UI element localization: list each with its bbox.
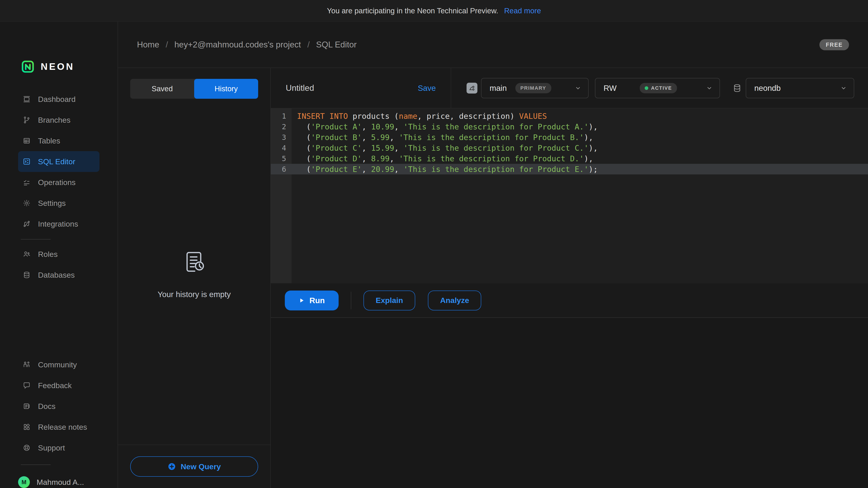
code-lines: 1INSERT INTO products (name, price, desc…	[271, 108, 868, 174]
sidebar-item-docs[interactable]: Docs	[18, 396, 99, 417]
status-dot	[645, 86, 648, 90]
sidebar-item-label: Tables	[38, 136, 60, 145]
sidebar-item-label: Support	[38, 444, 65, 452]
analyze-button[interactable]: Analyze	[428, 291, 482, 311]
sidebar-item-sql-editor[interactable]: SQL Editor	[18, 151, 99, 172]
sidebar-nav-access: Roles Databases	[0, 244, 118, 285]
code-line: 1INSERT INTO products (name, price, desc…	[271, 111, 868, 121]
docs-icon	[23, 402, 31, 410]
sidebar-item-integrations[interactable]: Integrations	[18, 214, 99, 234]
sidebar-item-branches[interactable]: Branches	[18, 109, 99, 130]
banner-text: You are participating in the Neon Techni…	[327, 6, 498, 15]
databases-icon	[23, 271, 31, 279]
sidebar-item-operations[interactable]: Operations	[18, 172, 99, 193]
user-menu[interactable]: M Mahmoud A...	[18, 472, 108, 488]
sidebar-nav-main: Dashboard Branches Tables	[0, 89, 118, 234]
sidebar-item-roles[interactable]: Roles	[18, 244, 99, 265]
branch-icon	[468, 85, 475, 92]
database-select[interactable]: neondb	[746, 78, 854, 98]
code-line: 3 ('Product B', 5.99, 'This is the descr…	[271, 132, 868, 142]
new-query-label: New Query	[181, 462, 221, 471]
support-lifebuoy-icon	[23, 444, 31, 452]
save-link[interactable]: Save	[418, 84, 436, 93]
chevron-down-icon	[706, 85, 713, 92]
sidebar-divider	[21, 464, 51, 465]
sidebar-item-databases[interactable]: Databases	[18, 265, 99, 285]
technical-preview-banner: You are participating in the Neon Techni…	[0, 0, 868, 22]
feedback-icon	[23, 381, 31, 390]
panel-divider	[118, 445, 270, 445]
run-button[interactable]: Run	[285, 291, 339, 311]
breadcrumb-home[interactable]: Home	[137, 40, 159, 49]
sidebar-nav-help: Community Feedback Docs	[0, 354, 118, 458]
sidebar-item-community[interactable]: Community	[18, 354, 99, 375]
history-empty-text: Your history is empty	[118, 290, 270, 299]
sidebar-item-label: Integrations	[38, 220, 78, 228]
query-title[interactable]: Untitled	[286, 84, 314, 93]
branch-select-value: main	[490, 84, 507, 93]
history-empty-icon	[181, 249, 207, 275]
community-icon	[23, 361, 31, 369]
roles-icon	[23, 250, 31, 258]
neon-logo[interactable]: NEON	[21, 60, 74, 74]
sidebar-item-release-notes[interactable]: Release notes	[18, 417, 99, 437]
tables-icon	[23, 137, 31, 145]
sidebar-item-label: SQL Editor	[38, 157, 75, 166]
sidebar-item-label: Branches	[38, 116, 70, 125]
avatar: M	[18, 476, 30, 488]
sidebar-item-label: Operations	[38, 178, 75, 187]
history-empty-state: Your history is empty	[118, 249, 270, 299]
breadcrumb-current: SQL Editor	[316, 40, 357, 49]
logo-wordmark: NEON	[41, 61, 74, 72]
sidebar-item-settings[interactable]: Settings	[18, 193, 99, 214]
code-line: 5 ('Product D', 8.99, 'This is the descr…	[271, 153, 868, 164]
sidebar: NEON Dashboard Branches Tables	[0, 22, 118, 488]
endpoint-select-value: RW	[603, 84, 617, 93]
tab-history[interactable]: History	[194, 79, 258, 99]
sidebar-item-tables[interactable]: Tables	[18, 130, 99, 151]
sidebar-item-label: Release notes	[38, 423, 87, 431]
branch-select[interactable]: main PRIMARY	[481, 78, 589, 98]
sidebar-item-label: Settings	[38, 199, 66, 207]
breadcrumb-separator: /	[307, 40, 310, 49]
sidebar-item-label: Feedback	[38, 381, 72, 390]
sidebar-item-label: Databases	[38, 271, 75, 280]
editor-action-bar: Run Explain Analyze	[271, 283, 868, 318]
release-notes-icon	[23, 423, 31, 431]
branches-icon	[23, 116, 31, 124]
sidebar-item-label: Community	[38, 360, 77, 369]
database-select-value: neondb	[754, 84, 781, 93]
tab-saved[interactable]: Saved	[130, 79, 194, 99]
dashboard-icon	[23, 95, 31, 103]
active-badge: ACTIVE	[640, 83, 677, 93]
chevron-down-icon	[575, 85, 581, 92]
branch-icon-button[interactable]	[467, 83, 477, 94]
read-more-link[interactable]: Read more	[504, 6, 541, 15]
saved-history-tabs: Saved History	[130, 79, 258, 99]
sidebar-item-dashboard[interactable]: Dashboard	[18, 89, 99, 109]
sql-editor-panel: Untitled Save main	[271, 68, 868, 488]
active-badge-label: ACTIVE	[651, 85, 672, 91]
explain-button[interactable]: Explain	[364, 291, 415, 311]
editor-header: Untitled Save main	[271, 68, 868, 108]
sql-code-editor[interactable]: 1INSERT INTO products (name, price, desc…	[271, 108, 868, 283]
sidebar-item-label: Dashboard	[38, 95, 75, 104]
breadcrumb-project[interactable]: hey+2@mahmoud.codes's project	[175, 40, 301, 49]
user-name: Mahmoud A...	[37, 478, 84, 487]
run-label: Run	[309, 296, 325, 305]
results-area	[271, 318, 868, 488]
code-line: 4 ('Product C', 15.99, 'This is the desc…	[271, 142, 868, 153]
endpoint-select[interactable]: RW ACTIVE	[595, 78, 720, 98]
primary-badge: PRIMARY	[515, 83, 551, 93]
plan-badge: FREE	[819, 39, 849, 50]
operations-icon	[23, 178, 31, 186]
database-icon	[732, 83, 742, 93]
sidebar-item-label: Roles	[38, 250, 58, 259]
sidebar-item-feedback[interactable]: Feedback	[18, 375, 99, 396]
chevron-down-icon	[840, 85, 847, 92]
new-query-button[interactable]: New Query	[130, 456, 258, 477]
history-panel: Saved History Your history is empty	[118, 68, 271, 488]
plus-circle-icon	[167, 462, 176, 471]
sidebar-divider	[21, 239, 51, 239]
sidebar-item-support[interactable]: Support	[18, 437, 99, 458]
